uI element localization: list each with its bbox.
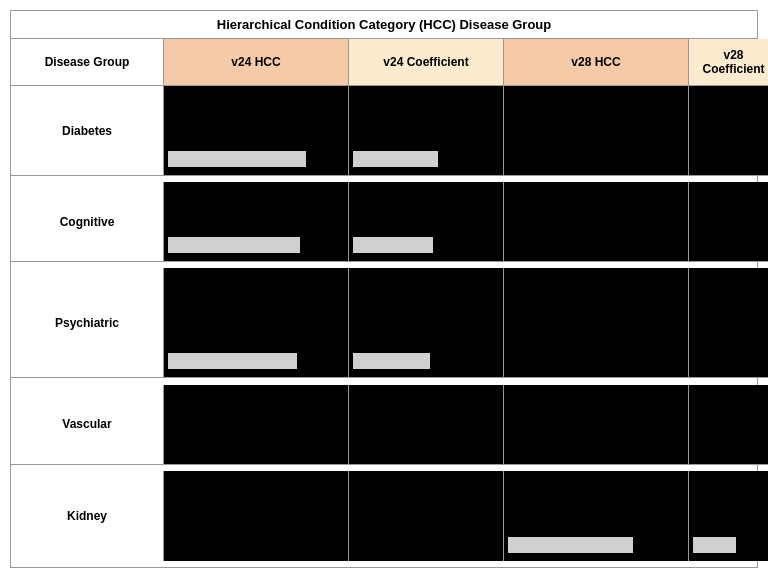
cognitive-v24coeff-bar [353,237,433,253]
label-kidney: Kidney [11,471,164,561]
kidney-v24hcc-cell [164,471,349,561]
diabetes-v28hcc-cell [504,86,689,176]
label-vascular: Vascular [11,385,164,465]
cognitive-v24hcc-bar [168,237,300,253]
vascular-v28hcc-cell [504,385,689,465]
cognitive-v24coeff-cell [349,182,504,262]
psychiatric-v24hcc-cell [164,268,349,378]
table-container: Disease Group v24 HCC v24 Coefficient v2… [10,38,758,568]
diabetes-v24coeff-bar [353,151,438,167]
header-v24hcc: v24 HCC [164,39,349,86]
kidney-v28hcc-bar [508,537,633,553]
header-v28coeff: v28 Coefficient [689,39,768,86]
diabetes-v24hcc-bar [168,151,306,167]
diabetes-v28coeff-cell [689,86,768,176]
psychiatric-v28hcc-cell [504,268,689,378]
vascular-v24coeff-cell [349,385,504,465]
label-psychiatric: Psychiatric [11,268,164,378]
kidney-v28coeff-bar [693,537,736,553]
diabetes-v24coeff-cell [349,86,504,176]
kidney-v28coeff-cell [689,471,768,561]
kidney-v28hcc-cell [504,471,689,561]
diabetes-v24hcc-cell [164,86,349,176]
cognitive-v28hcc-cell [504,182,689,262]
header-v28hcc: v28 HCC [504,39,689,86]
cognitive-v28coeff-cell [689,182,768,262]
header-disease-group: Disease Group [11,39,164,86]
vascular-v24hcc-cell [164,385,349,465]
psychiatric-v24hcc-bar [168,353,297,369]
label-cognitive: Cognitive [11,182,164,262]
vascular-v28coeff-cell [689,385,768,465]
table-title: Hierarchical Condition Category (HCC) Di… [10,10,758,38]
psychiatric-v24coeff-cell [349,268,504,378]
kidney-v24coeff-cell [349,471,504,561]
psychiatric-v24coeff-bar [353,353,430,369]
outer-wrapper: Hierarchical Condition Category (HCC) Di… [0,0,768,578]
cognitive-v24hcc-cell [164,182,349,262]
label-diabetes: Diabetes [11,86,164,176]
psychiatric-v28coeff-cell [689,268,768,378]
header-v24coeff: v24 Coefficient [349,39,504,86]
